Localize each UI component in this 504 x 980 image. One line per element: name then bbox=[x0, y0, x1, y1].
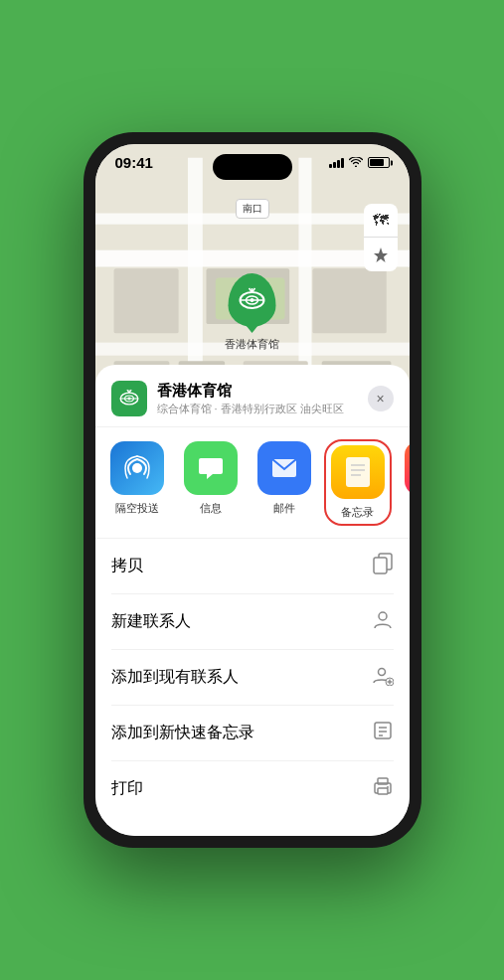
action-add-notes[interactable]: 添加到新快速备忘录 bbox=[111, 706, 394, 761]
venue-stadium-icon bbox=[118, 389, 140, 408]
dynamic-island bbox=[213, 154, 292, 180]
signal-icon bbox=[329, 158, 344, 168]
svg-point-22 bbox=[251, 298, 254, 302]
new-contact-icon bbox=[372, 608, 394, 635]
svg-point-56 bbox=[387, 786, 389, 788]
mail-icon bbox=[270, 457, 298, 479]
add-contact-label: 添加到现有联系人 bbox=[111, 667, 239, 688]
venue-description: 综合体育馆 · 香港特别行政区 油尖旺区 bbox=[157, 402, 368, 416]
new-contact-label: 新建联系人 bbox=[111, 611, 191, 632]
status-time: 09:41 bbox=[115, 154, 153, 171]
map-label: 南口 bbox=[236, 199, 269, 219]
phone-frame: 09:41 bbox=[84, 132, 421, 848]
action-list: 拷贝 新建联系人 bbox=[95, 539, 410, 816]
stadium-marker: 香港体育馆 bbox=[225, 273, 279, 352]
share-row: 隔空投送 信息 bbox=[95, 427, 410, 539]
print-icon bbox=[372, 775, 394, 802]
print-label: 打印 bbox=[111, 778, 143, 799]
map-type-icon: 🗺 bbox=[373, 212, 389, 230]
svg-point-44 bbox=[379, 612, 387, 620]
share-item-message[interactable]: 信息 bbox=[179, 441, 243, 524]
battery-icon bbox=[368, 157, 390, 168]
copy-icon bbox=[372, 553, 394, 579]
airdrop-icon bbox=[123, 454, 151, 482]
map-type-button[interactable]: 🗺 bbox=[364, 204, 398, 238]
close-button[interactable]: × bbox=[368, 386, 394, 411]
share-item-mail[interactable]: 邮件 bbox=[252, 441, 316, 524]
venue-name: 香港体育馆 bbox=[157, 382, 368, 401]
mail-label: 邮件 bbox=[273, 501, 295, 516]
svg-point-33 bbox=[132, 463, 142, 473]
map-label-prefix: 南口 bbox=[243, 203, 262, 214]
share-item-airdrop[interactable]: 隔空投送 bbox=[105, 441, 169, 524]
phone-screen: 09:41 bbox=[95, 144, 410, 836]
notes-icon bbox=[343, 455, 373, 489]
compass-icon bbox=[373, 246, 389, 262]
svg-rect-35 bbox=[346, 457, 370, 487]
bottom-sheet: 香港体育馆 综合体育馆 · 香港特别行政区 油尖旺区 × bbox=[95, 365, 410, 836]
svg-rect-9 bbox=[312, 268, 386, 333]
more-icon-wrap bbox=[405, 441, 410, 495]
map-controls[interactable]: 🗺 bbox=[364, 204, 398, 271]
svg-rect-55 bbox=[378, 788, 388, 794]
venue-info: 香港体育馆 综合体育馆 · 香港特别行政区 油尖旺区 bbox=[157, 382, 368, 416]
message-icon-wrap bbox=[184, 441, 238, 495]
marker-icon bbox=[229, 273, 276, 327]
marker-label: 香港体育馆 bbox=[225, 337, 279, 352]
share-item-notes[interactable]: 备忘录 bbox=[326, 441, 390, 524]
action-copy[interactable]: 拷贝 bbox=[111, 539, 394, 594]
sheet-header: 香港体育馆 综合体育馆 · 香港特别行政区 油尖旺区 × bbox=[95, 365, 410, 427]
svg-rect-7 bbox=[113, 268, 178, 333]
airdrop-icon-wrap bbox=[110, 441, 164, 495]
venue-icon bbox=[111, 381, 147, 416]
status-icons bbox=[329, 156, 390, 170]
svg-rect-1 bbox=[95, 250, 410, 267]
add-notes-icon bbox=[372, 720, 394, 746]
mail-icon-wrap bbox=[257, 441, 311, 495]
message-label: 信息 bbox=[200, 501, 222, 516]
airdrop-label: 隔空投送 bbox=[115, 501, 159, 516]
add-contact-icon bbox=[372, 664, 394, 691]
action-add-contact[interactable]: 添加到现有联系人 bbox=[111, 650, 394, 706]
location-button[interactable] bbox=[364, 238, 398, 271]
copy-label: 拷贝 bbox=[111, 556, 143, 576]
add-notes-label: 添加到新快速备忘录 bbox=[111, 723, 254, 743]
wifi-icon bbox=[349, 156, 363, 170]
svg-point-45 bbox=[378, 669, 385, 676]
notes-icon-wrap bbox=[331, 445, 385, 499]
svg-point-29 bbox=[127, 398, 130, 401]
action-print[interactable]: 打印 bbox=[111, 761, 394, 816]
notes-label: 备忘录 bbox=[341, 505, 374, 520]
message-icon bbox=[197, 454, 225, 482]
stadium-icon bbox=[238, 287, 267, 313]
svg-rect-43 bbox=[374, 558, 387, 573]
action-new-contact[interactable]: 新建联系人 bbox=[111, 594, 394, 650]
share-item-more[interactable]: 提 bbox=[400, 441, 410, 524]
